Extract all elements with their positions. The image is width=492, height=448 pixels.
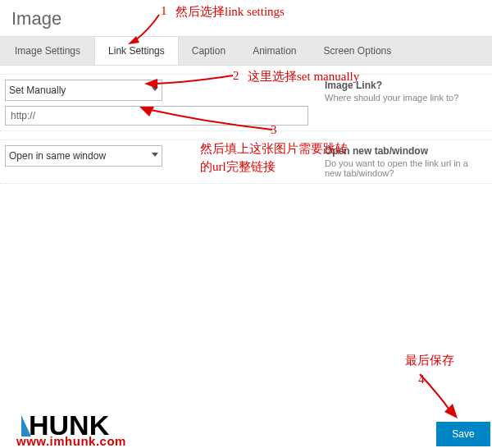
image-link-select[interactable]: Set Manually <box>5 80 162 101</box>
annotation-4: 最后保存 <box>405 353 454 368</box>
image-link-select-value: Set Manually <box>9 85 66 96</box>
save-button[interactable]: Save <box>436 422 490 446</box>
page-title: Image <box>0 0 492 36</box>
open-target-desc: Do you want to open the link url in a ne… <box>325 158 487 178</box>
tab-screen-options[interactable]: Screen Options <box>311 37 406 65</box>
site-url: www.imhunk.com <box>16 434 126 448</box>
image-link-row: Set Manually Image Link? Where should yo… <box>0 74 492 131</box>
open-target-select-value: Open in same window <box>9 150 106 162</box>
image-link-label: Image Link? <box>325 80 487 91</box>
open-target-label: Open new tab/window <box>325 145 487 157</box>
tab-caption[interactable]: Caption <box>179 37 239 65</box>
svg-marker-3 <box>444 404 458 418</box>
tabs: Image Settings Link Settings Caption Ani… <box>0 36 492 66</box>
annotation-4-num: 4 <box>418 373 425 386</box>
chevron-down-icon <box>152 87 158 91</box>
chevron-down-icon <box>152 153 158 157</box>
tab-image-settings[interactable]: Image Settings <box>2 37 94 65</box>
link-url-input[interactable] <box>5 106 308 126</box>
open-target-row: Open in same window Open new tab/window … <box>0 139 492 184</box>
arrow-icon <box>415 371 464 422</box>
image-link-desc: Where should your image link to? <box>325 93 487 103</box>
tab-animation[interactable]: Animation <box>239 37 310 65</box>
tab-link-settings[interactable]: Link Settings <box>94 37 179 65</box>
image-settings-modal: Image Image Settings Link Settings Capti… <box>0 0 492 448</box>
open-target-select[interactable]: Open in same window <box>5 145 162 167</box>
link-settings-panel: Set Manually Image Link? Where should yo… <box>0 66 492 184</box>
